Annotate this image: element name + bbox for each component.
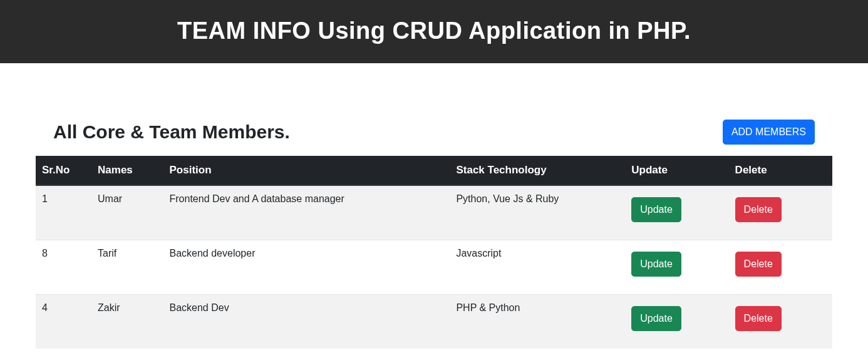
delete-button[interactable]: Delete — [735, 252, 782, 277]
cell-update: Update — [625, 295, 728, 349]
cell-position: Backend Dev — [163, 295, 450, 349]
table-row: 8 Tarif Backend developer Javascript Upd… — [36, 240, 832, 295]
col-header-srno: Sr.No — [36, 156, 91, 185]
delete-button[interactable]: Delete — [735, 306, 782, 331]
cell-stack: PHP & Python — [450, 295, 625, 349]
cell-delete: Delete — [729, 185, 832, 240]
cell-delete: Delete — [729, 295, 832, 349]
col-header-delete: Delete — [729, 156, 832, 185]
cell-position: Frontend Dev and A database manager — [163, 185, 450, 240]
col-header-names: Names — [91, 156, 163, 185]
cell-name: Zakir — [91, 295, 163, 349]
cell-delete: Delete — [729, 240, 832, 295]
delete-button[interactable]: Delete — [735, 197, 782, 222]
update-button[interactable]: Update — [631, 306, 681, 331]
col-header-position: Position — [163, 156, 450, 185]
members-table: Sr.No Names Position Stack Technology Up… — [36, 156, 832, 349]
add-members-button[interactable]: ADD MEMBERS — [723, 120, 815, 145]
main-container: All Core & Team Members. ADD MEMBERS Sr.… — [28, 120, 840, 349]
page-title: TEAM INFO Using CRUD Application in PHP. — [0, 18, 868, 44]
cell-position: Backend developer — [163, 240, 450, 295]
section-title: All Core & Team Members. — [53, 121, 290, 143]
cell-srno: 4 — [36, 295, 91, 349]
update-button[interactable]: Update — [631, 197, 681, 222]
cell-name: Umar — [91, 185, 163, 240]
update-button[interactable]: Update — [631, 252, 681, 277]
cell-srno: 8 — [36, 240, 91, 295]
table-row: 4 Zakir Backend Dev PHP & Python Update … — [36, 295, 832, 349]
cell-stack: Javascript — [450, 240, 625, 295]
cell-srno: 1 — [36, 185, 91, 240]
cell-update: Update — [625, 240, 728, 295]
cell-name: Tarif — [91, 240, 163, 295]
topbar: All Core & Team Members. ADD MEMBERS — [36, 120, 832, 145]
table-row: 1 Umar Frontend Dev and A database manag… — [36, 185, 832, 240]
table-header-row: Sr.No Names Position Stack Technology Up… — [36, 156, 832, 185]
header-banner: TEAM INFO Using CRUD Application in PHP. — [0, 0, 868, 63]
cell-update: Update — [625, 185, 728, 240]
col-header-stack: Stack Technology — [450, 156, 625, 185]
col-header-update: Update — [625, 156, 728, 185]
cell-stack: Python, Vue Js & Ruby — [450, 185, 625, 240]
